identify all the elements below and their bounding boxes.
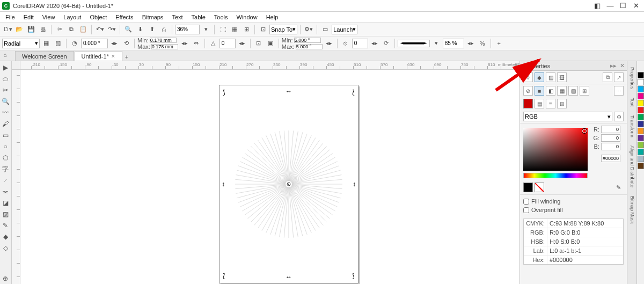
- publish-button[interactable]: ⎙: [158, 24, 169, 35]
- count-field[interactable]: [219, 39, 236, 48]
- palette-color[interactable]: [638, 149, 644, 155]
- width-min-field[interactable]: [150, 38, 177, 43]
- zoom-field[interactable]: [175, 25, 200, 34]
- opacity-field[interactable]: [443, 39, 464, 48]
- panel-close-icon[interactable]: ✕: [620, 62, 625, 69]
- stroke-preview[interactable]: [398, 40, 430, 47]
- snap-to-dropdown[interactable]: Snap To ▾: [269, 25, 297, 34]
- current-color-swatch[interactable]: [523, 99, 533, 108]
- tab-untitled-1[interactable]: Untitled-1*✕: [75, 51, 122, 61]
- ang-min-field[interactable]: [294, 38, 321, 43]
- page-1[interactable]: ⟆ ⟅ ⟅ ⟆ ↔ ↔ ↕ ↕: [219, 85, 358, 283]
- dock-text[interactable]: Text: [628, 94, 636, 111]
- palette-color[interactable]: [638, 79, 644, 85]
- tab-welcome[interactable]: Welcome Screen: [15, 51, 74, 61]
- maximize-button[interactable]: ☐: [617, 1, 629, 11]
- detach-icon[interactable]: ⧉: [603, 72, 612, 82]
- hex-field[interactable]: [601, 155, 620, 162]
- rotate-handle-tr[interactable]: ⟅: [352, 89, 355, 96]
- home-tab-icon[interactable]: ⌂: [3, 52, 12, 60]
- dock-properties[interactable]: Properties: [628, 63, 636, 93]
- tilt-field[interactable]: [352, 39, 368, 48]
- b-field[interactable]: [601, 143, 620, 150]
- menu-object[interactable]: Object: [85, 13, 111, 21]
- rotate-handle-br[interactable]: ⟆: [352, 272, 355, 280]
- undo-button[interactable]: ↶▾: [94, 24, 105, 35]
- eyedropper-tool[interactable]: ✎: [0, 220, 11, 231]
- palette-color[interactable]: [638, 107, 644, 113]
- fill-tool[interactable]: ◆: [0, 231, 11, 242]
- dock-bitmap-mask[interactable]: Bitmap Mask: [628, 192, 636, 228]
- ruler-horizontal[interactable]: millimeters -210-150-90-3030901502102703…: [20, 61, 519, 70]
- paste-button[interactable]: 📋: [78, 24, 89, 35]
- menu-edit[interactable]: Edit: [19, 13, 38, 21]
- color-field[interactable]: [523, 128, 588, 171]
- menu-layout[interactable]: Layout: [59, 13, 85, 21]
- text-tool[interactable]: 字: [0, 164, 11, 174]
- outline-swatch[interactable]: [535, 183, 544, 192]
- angle-unit-icon[interactable]: ⟲: [121, 38, 131, 49]
- uniform-fill-icon[interactable]: ■: [535, 86, 544, 96]
- skew-handle-r[interactable]: ↕: [353, 180, 356, 188]
- outline-tool[interactable]: ◇: [0, 243, 11, 253]
- sunburst-object[interactable]: [230, 125, 348, 243]
- transparency-tool[interactable]: ▨: [0, 209, 11, 220]
- palette-color[interactable]: [638, 86, 644, 92]
- preset-dropdown[interactable]: Radial▾: [2, 39, 40, 48]
- color-model-dropdown[interactable]: RGB▾: [523, 112, 612, 121]
- ruler-origin[interactable]: [12, 61, 20, 70]
- fill-swatch[interactable]: [523, 183, 533, 192]
- parallel-dimension-tool[interactable]: ⟋: [0, 175, 11, 186]
- texture-fill-icon[interactable]: ▩: [568, 86, 578, 96]
- color-palette-icon[interactable]: ⊞: [557, 99, 567, 108]
- color-viewer-icon[interactable]: ▤: [535, 99, 544, 108]
- palette-color[interactable]: [638, 156, 644, 162]
- bounds-toggle[interactable]: ▣: [265, 38, 276, 49]
- count-spinner[interactable]: ◂▸: [237, 38, 247, 49]
- panel-menu-icon[interactable]: ▸▸: [610, 62, 617, 69]
- ang-max-field[interactable]: [296, 44, 323, 49]
- open-button[interactable]: 📂: [14, 24, 25, 35]
- no-fill-icon[interactable]: ⊘: [523, 86, 533, 96]
- menu-text[interactable]: Text: [167, 13, 187, 21]
- menu-effects[interactable]: Effects: [111, 13, 137, 21]
- bitmap-tab-icon[interactable]: 🖼: [557, 72, 567, 82]
- menu-bitmaps[interactable]: Bitmaps: [138, 13, 168, 21]
- menu-tools[interactable]: Tools: [210, 13, 232, 21]
- color-cursor[interactable]: [582, 129, 587, 133]
- palette-color[interactable]: [638, 135, 644, 141]
- connector-tool[interactable]: ⫘: [0, 186, 11, 197]
- palette-color[interactable]: [638, 93, 644, 99]
- drawing-canvas[interactable]: ⟆ ⟅ ⟅ ⟆ ↔ ↔ ↕ ↕: [20, 70, 519, 284]
- toolbox-plus[interactable]: ⊕: [0, 273, 11, 284]
- import-button[interactable]: ⬇: [135, 24, 145, 35]
- options-button[interactable]: ⚙▾: [303, 24, 314, 35]
- add-preset-button[interactable]: +: [494, 38, 504, 49]
- crop-tool[interactable]: ✂: [0, 85, 11, 96]
- stroke-dropdown[interactable]: ▾: [431, 38, 442, 49]
- skew-handle-b[interactable]: ↔: [286, 273, 292, 281]
- launch-icon[interactable]: ▭: [320, 24, 331, 35]
- width-spinner[interactable]: ◂▸: [179, 38, 190, 49]
- freehand-tool[interactable]: 〰: [0, 107, 11, 118]
- fill-winding-check[interactable]: Fill winding: [523, 197, 624, 206]
- new-button[interactable]: 🗋▾: [2, 24, 13, 35]
- color-settings-icon[interactable]: ⚙: [614, 112, 624, 121]
- transparency-tab-icon[interactable]: ▨: [546, 72, 555, 82]
- tab-close-icon[interactable]: ✕: [111, 54, 115, 59]
- width-max-field[interactable]: [151, 44, 178, 49]
- eyedropper-icon[interactable]: ✎: [613, 182, 624, 193]
- fill-options-icon[interactable]: ⋯: [614, 86, 624, 96]
- skew-handle-l[interactable]: ↕: [222, 180, 225, 188]
- angle-spinner[interactable]: ◂▸: [109, 38, 120, 49]
- pattern-fill-icon[interactable]: ▦: [557, 86, 567, 96]
- menu-help[interactable]: Help: [262, 13, 283, 21]
- export-button[interactable]: ⬆: [147, 24, 157, 35]
- postscript-fill-icon[interactable]: ⊞: [580, 86, 589, 96]
- launch-dropdown[interactable]: Launch ▾: [332, 25, 357, 34]
- menu-file[interactable]: File: [1, 13, 19, 21]
- menu-table[interactable]: Table: [187, 13, 210, 21]
- ruler-vertical[interactable]: [12, 70, 20, 284]
- canvas-area[interactable]: millimeters -210-150-90-3030901502102703…: [12, 61, 519, 284]
- preview-toggle[interactable]: ⊡: [253, 38, 264, 49]
